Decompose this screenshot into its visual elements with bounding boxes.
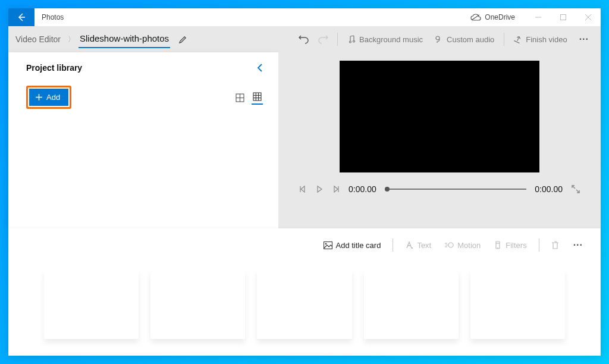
chevron-left-icon [257,64,263,72]
clip-slot[interactable] [150,270,245,339]
trash-icon [551,241,559,250]
add-button[interactable]: Add [29,89,68,106]
divider [504,33,504,46]
export-icon [514,35,522,43]
player-controls: 0:00.00 0:00.00 [296,184,583,194]
plus-icon [35,93,43,101]
svg-point-3 [436,36,440,40]
finish-video-button[interactable]: Finish video [508,32,573,48]
play-button[interactable] [315,185,324,193]
add-highlight: Add [26,86,71,109]
divider [539,239,539,252]
svg-rect-7 [253,93,261,101]
step-forward-icon [332,185,340,193]
close-icon [585,14,591,20]
motion-label: Motion [457,241,481,250]
text-icon [405,241,413,249]
view-toggle [234,90,263,105]
storyboard-more-button[interactable]: ··· [567,236,589,254]
preview-panel: 0:00.00 0:00.00 [278,52,601,228]
seek-bar[interactable] [385,189,527,190]
clip-slot[interactable] [364,270,459,339]
divider [393,239,393,252]
back-button[interactable] [8,8,34,26]
svg-point-15 [325,243,327,244]
video-preview[interactable] [340,61,539,172]
grid-2x2-icon [236,93,244,102]
redo-icon [318,34,329,45]
window-controls [526,8,601,26]
prev-frame-button[interactable] [299,185,307,193]
minimize-button[interactable] [526,8,551,26]
undo-icon [298,34,309,45]
small-grid-button[interactable] [252,90,263,105]
filters-icon [494,241,502,249]
top-toolbar: Video Editor 〉 Slideshow-with-photos Bac… [8,26,601,52]
collapse-library-button[interactable] [257,64,263,72]
custom-audio-button[interactable]: Custom audio [429,32,500,48]
undo-button[interactable] [293,30,313,48]
svg-rect-2 [561,15,566,20]
breadcrumb-root[interactable]: Video Editor [12,32,64,46]
chevron-right-icon: 〉 [64,34,79,45]
clip-slot[interactable] [257,270,351,339]
rename-button[interactable] [178,35,187,44]
clip-slot[interactable] [44,270,139,339]
fullscreen-button[interactable] [571,184,580,194]
step-back-icon [299,185,307,193]
close-button[interactable] [576,8,601,26]
text-label: Text [417,241,431,250]
total-time: 0:00.00 [535,184,563,194]
maximize-icon [560,14,566,20]
large-grid-button[interactable] [234,91,246,105]
expand-icon [571,184,580,194]
pencil-icon [178,35,187,44]
background-music-button[interactable]: Background music [341,32,429,48]
svg-point-17 [448,243,453,247]
next-frame-button[interactable] [332,185,340,193]
grid-3x3-icon [253,92,262,101]
image-icon [324,241,332,249]
photos-window: Photos OneDrive Video Editor 〉 Slideshow… [8,8,601,356]
current-time: 0:00.00 [349,184,376,194]
storyboard-panel: Add title card Text Motion Filters ··· [8,228,601,356]
title-bar: Photos OneDrive [8,8,601,26]
onedrive-button[interactable]: OneDrive [460,8,526,26]
audio-icon [435,35,443,43]
project-library-title: Project library [26,63,82,73]
play-icon [315,185,324,193]
clip-slot[interactable] [470,270,565,339]
motion-icon [444,241,454,249]
minimize-icon [535,14,541,20]
breadcrumb-project[interactable]: Slideshow-with-photos [79,31,170,48]
text-button[interactable]: Text [400,239,436,252]
add-label: Add [46,93,60,102]
storyboard-clips [8,256,601,339]
redo-button[interactable] [313,30,334,48]
onedrive-label: OneDrive [485,13,515,21]
motion-button[interactable]: Motion [440,239,485,252]
custom-audio-label: Custom audio [447,35,494,44]
cloud-icon [470,14,481,21]
app-name: Photos [34,8,71,26]
finish-video-label: Finish video [526,35,567,44]
arrow-left-icon [17,12,26,22]
add-title-card-label: Add title card [336,241,381,250]
filters-label: Filters [506,241,526,250]
divider [337,33,338,46]
storyboard-toolbar: Add title card Text Motion Filters ··· [8,234,601,256]
project-library-panel: Project library Add [8,52,278,228]
more-button[interactable]: ··· [573,30,595,48]
main-area: Project library Add [8,52,601,228]
add-title-card-button[interactable]: Add title card [319,239,386,252]
filters-button[interactable]: Filters [489,239,531,252]
delete-clip-button[interactable] [547,239,564,252]
background-music-label: Background music [359,35,423,44]
music-icon [347,35,356,43]
maximize-button[interactable] [551,8,576,26]
